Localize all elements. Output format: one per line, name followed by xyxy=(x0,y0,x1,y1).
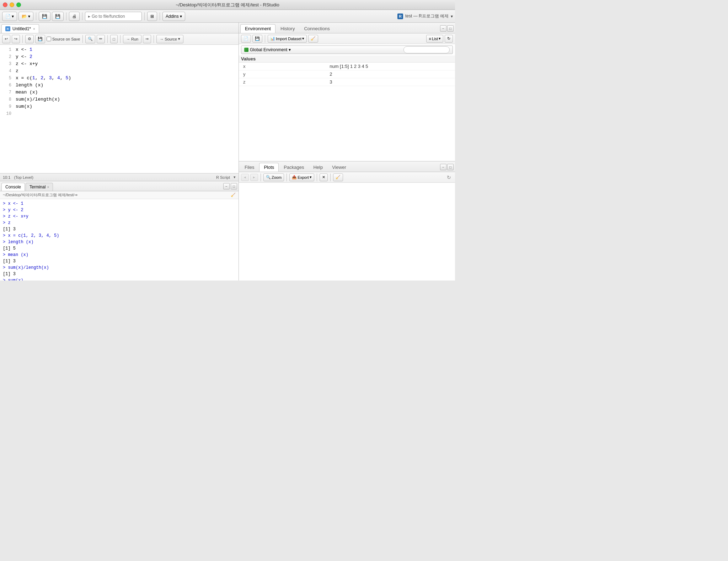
code-line: 10 xyxy=(0,110,239,117)
files-tab-label: Files xyxy=(245,165,254,170)
env-variable-row: z3 xyxy=(239,78,455,86)
files-tab-viewer[interactable]: Viewer xyxy=(328,163,350,172)
env-search-input[interactable] xyxy=(403,46,450,53)
new-dropdown-icon: ▾ xyxy=(12,14,14,19)
list-view-button[interactable]: ≡ List ▾ xyxy=(426,35,443,43)
addins-button[interactable]: Addins ▾ xyxy=(162,12,185,21)
plots-delete-button[interactable]: ✕ xyxy=(320,173,328,181)
console-minimize-button[interactable]: − xyxy=(223,183,230,189)
files-tab-plots[interactable]: Plots xyxy=(259,163,279,172)
code-tools-button[interactable]: ⚙ xyxy=(25,35,34,43)
console-clear-button[interactable]: 🧹 xyxy=(231,193,236,197)
run-button[interactable]: → Run xyxy=(123,35,141,43)
line-content: sum(x)/length(x) xyxy=(14,96,60,103)
re-run-button[interactable]: ⇒ xyxy=(143,35,151,43)
env-tab-environment[interactable]: Environment xyxy=(240,24,275,33)
save-all-button[interactable]: 💾 xyxy=(52,12,64,21)
redo-button[interactable]: ↪ xyxy=(12,35,20,43)
plots-back-button[interactable]: ◂ xyxy=(241,174,249,181)
new-file-button[interactable]: 📄 ▾ xyxy=(2,12,17,21)
env-maximize-button[interactable]: □ xyxy=(447,25,454,32)
env-minimize-button[interactable]: − xyxy=(440,25,446,32)
terminal-tab[interactable]: Terminal × xyxy=(26,183,53,191)
variable-value: num [1:5] 1 2 3 4 5 xyxy=(325,63,455,70)
source-on-save-checkbox[interactable] xyxy=(47,37,51,41)
console-content[interactable]: > x <- 1> y <- 2> z <- x+y> z[1] 3> x = … xyxy=(0,199,239,280)
console-tabbar: Console Terminal × − □ xyxy=(0,181,239,191)
zoom-icon: 🔍 xyxy=(266,175,271,180)
save-button[interactable]: 💾 xyxy=(39,12,50,21)
files-refresh-button[interactable]: ↻ xyxy=(445,174,453,181)
import-dropdown-icon: ▾ xyxy=(302,36,304,41)
toolbar-separator-4 xyxy=(144,12,145,20)
plots-export-button[interactable]: 📤 Export ▾ xyxy=(289,173,314,181)
variable-value: 2 xyxy=(325,70,455,78)
addins-dropdown-icon: ▾ xyxy=(180,14,182,19)
editor-tab-untitled1[interactable]: R Untitled1* × xyxy=(1,24,39,33)
code-line: 5x = c(1, 2, 3, 4, 5) xyxy=(0,75,239,82)
files-tab-help[interactable]: Help xyxy=(309,163,327,172)
tab-close-button[interactable]: × xyxy=(33,27,35,31)
go-to-file-input[interactable]: ▸ Go to file/function xyxy=(85,12,142,21)
run-arrow-icon: → xyxy=(126,37,130,41)
go-to-file-label: Go to file/function xyxy=(92,14,125,19)
terminal-close-button[interactable]: × xyxy=(47,185,49,189)
search-button[interactable]: 🔍 xyxy=(85,35,95,43)
console-maximize-button[interactable]: □ xyxy=(231,183,237,189)
files-maximize-button[interactable]: □ xyxy=(447,164,454,170)
source-on-save-label[interactable]: Source on Save xyxy=(47,37,80,41)
traffic-lights xyxy=(3,2,21,7)
env-new-button[interactable]: 📄 xyxy=(241,35,251,43)
maximize-button[interactable] xyxy=(16,2,21,7)
ed-sep5 xyxy=(154,35,154,43)
refresh-env-button[interactable]: ↻ xyxy=(445,35,453,43)
plots-zoom-button[interactable]: 🔍 Zoom xyxy=(263,173,284,181)
code-line: 3z <- x+y xyxy=(0,60,239,68)
close-button[interactable] xyxy=(3,2,7,7)
line-content: sum(x) xyxy=(14,103,32,110)
code-editor[interactable]: 1x <- 12y <- 23z <- x+y4z5x = c(1, 2, 3,… xyxy=(0,45,239,173)
import-dataset-button[interactable]: 📊 Import Dataset ▾ xyxy=(268,35,307,43)
print-button[interactable]: 🖨 xyxy=(69,12,80,21)
code-line: 2y <- 2 xyxy=(0,53,239,60)
files-tabbar: Files Plots Packages Help Viewer − □ xyxy=(239,161,455,172)
editor-panel: R Untitled1* × ↩ ↪ ⚙ 💾 Source on Save 🔍 … xyxy=(0,23,239,181)
compile-button[interactable]: □ xyxy=(110,35,118,43)
undo-button[interactable]: ↩ xyxy=(2,35,10,43)
source-on-save-text: Source on Save xyxy=(52,37,80,41)
open-icon: 📂 xyxy=(22,14,27,19)
save-editor-button[interactable]: 💾 xyxy=(35,35,45,43)
env-toolbar: 📄 💾 📊 Import Dataset ▾ 🧹 ≡ List ▾ ↻ xyxy=(239,33,455,44)
line-number: 6 xyxy=(0,82,14,89)
files-minimize-button[interactable]: − xyxy=(440,164,446,170)
source-label: Source xyxy=(165,37,177,41)
console-path-arrow-icon: ⇒ xyxy=(74,193,77,197)
env-tab-connections[interactable]: Connections xyxy=(300,24,334,33)
files-tab-packages[interactable]: Packages xyxy=(279,163,308,172)
grid-view-button[interactable]: ⊞ xyxy=(147,12,157,21)
code-edit-button[interactable]: ✏ xyxy=(97,35,105,43)
global-env-label: Global Environment xyxy=(250,47,287,52)
line-number: 3 xyxy=(0,60,14,68)
ed-sep2 xyxy=(82,35,83,43)
global-env-selector[interactable]: Global Environment ▾ xyxy=(241,46,453,54)
env-open-button[interactable]: 💾 xyxy=(252,35,262,43)
code-line: 6length (x) xyxy=(0,82,239,89)
open-file-button[interactable]: 📂 ▾ xyxy=(18,12,33,21)
console-tab-label: Console xyxy=(5,185,21,189)
minimize-button[interactable] xyxy=(10,2,14,7)
plots-clear-button[interactable]: 🧹 xyxy=(333,173,343,181)
source-button[interactable]: → Source ▾ xyxy=(156,35,183,43)
code-line: 1x <- 1 xyxy=(0,46,239,53)
env-tabbar: Environment History Connections − □ xyxy=(239,23,455,33)
clear-env-button[interactable]: 🧹 xyxy=(308,35,318,43)
line-content: x = c(1, 2, 3, 4, 5) xyxy=(14,75,71,82)
console-tab[interactable]: Console xyxy=(1,183,25,191)
open-dropdown-icon: ▾ xyxy=(28,14,30,19)
files-tab-files[interactable]: Files xyxy=(240,163,258,172)
files-panel: Files Plots Packages Help Viewer − □ xyxy=(239,161,455,280)
plots-forward-button[interactable]: ▸ xyxy=(250,174,258,181)
export-dropdown-icon: ▾ xyxy=(310,175,312,180)
right-panel: Environment History Connections − □ 📄 💾 xyxy=(239,23,455,280)
env-tab-history[interactable]: History xyxy=(276,24,299,33)
